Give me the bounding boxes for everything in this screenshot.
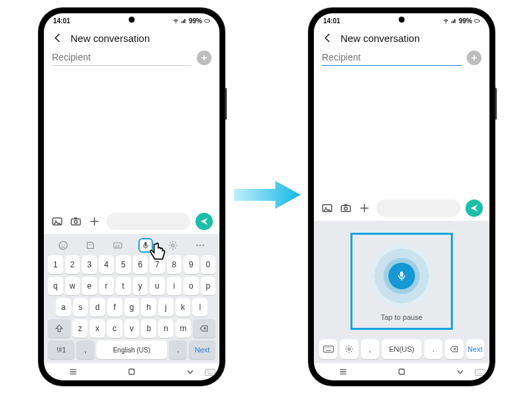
svg-rect-15	[144, 242, 147, 246]
key-5[interactable]: 5	[116, 255, 131, 274]
voice-backspace-key[interactable]	[445, 339, 463, 359]
voice-mic-button[interactable]	[388, 263, 415, 289]
settings-icon[interactable]	[166, 238, 180, 253]
sticker-icon[interactable]	[83, 238, 98, 253]
key-g[interactable]: g	[124, 298, 140, 317]
gallery-icon[interactable]	[51, 215, 64, 228]
voice-bottom-row: , EN(US) . Next	[319, 339, 484, 359]
key-m[interactable]: m	[176, 319, 191, 338]
message-input[interactable]	[376, 199, 460, 217]
next-key[interactable]: Next	[189, 340, 215, 359]
key-0[interactable]: 0	[201, 255, 216, 274]
key-f[interactable]: f	[107, 298, 122, 317]
shift-key[interactable]	[48, 319, 70, 338]
key-w[interactable]: w	[65, 277, 80, 295]
home-icon[interactable]	[126, 366, 137, 377]
key-n[interactable]: n	[158, 319, 174, 338]
key-h[interactable]: h	[141, 298, 156, 317]
key-r[interactable]: r	[99, 277, 114, 295]
key-4[interactable]: 4	[99, 255, 114, 274]
more-icon[interactable]	[193, 238, 207, 253]
key-u[interactable]: u	[150, 277, 165, 295]
comma-key[interactable]: ,	[76, 340, 94, 359]
conversation-body	[314, 68, 489, 196]
add-attachment-icon[interactable]	[358, 201, 371, 215]
voice-next-key[interactable]: Next	[466, 339, 484, 359]
voice-settings-key[interactable]	[340, 339, 358, 359]
voice-lang-key[interactable]: EN(US)	[382, 339, 422, 359]
send-button[interactable]	[466, 199, 483, 217]
key-p[interactable]: p	[201, 277, 216, 295]
key-k[interactable]: k	[176, 298, 191, 317]
key-b[interactable]: b	[141, 319, 156, 338]
key-2[interactable]: 2	[65, 255, 80, 274]
key-6[interactable]: 6	[133, 255, 148, 274]
voice-comma-key[interactable]: ,	[361, 339, 379, 359]
nav-bar	[314, 363, 489, 380]
symbols-key[interactable]: !#1	[48, 340, 74, 359]
keyboard-switcher-icon[interactable]	[475, 367, 485, 378]
gif-icon[interactable]: GIF	[110, 238, 125, 253]
back-icon[interactable]	[52, 32, 64, 44]
key-t[interactable]: t	[116, 277, 131, 295]
key-a[interactable]: a	[56, 298, 71, 317]
voice-input-icon[interactable]	[138, 238, 153, 253]
recipient-input[interactable]	[322, 49, 462, 66]
key-l[interactable]: l	[192, 298, 207, 317]
key-o[interactable]: o	[184, 277, 199, 295]
key-8[interactable]: 8	[167, 255, 182, 274]
back-nav-icon[interactable]	[455, 366, 466, 377]
key-j[interactable]: j	[158, 298, 174, 317]
wifi-icon	[173, 18, 179, 24]
gallery-icon[interactable]	[321, 201, 334, 215]
key-e[interactable]: e	[82, 277, 97, 295]
phone-frame-left: 14:01 99% New conversation GIF 1 2 3 4 5…	[39, 8, 225, 386]
back-nav-icon[interactable]	[185, 366, 196, 377]
key-y[interactable]: y	[133, 277, 148, 295]
key-i[interactable]: i	[167, 277, 182, 295]
emoji-icon[interactable]	[56, 238, 70, 253]
key-d[interactable]: d	[90, 298, 105, 317]
key-1[interactable]: 1	[48, 255, 63, 274]
svg-rect-33	[475, 369, 485, 375]
key-9[interactable]: 9	[184, 255, 199, 274]
signal-icon	[181, 18, 187, 24]
svg-point-18	[200, 245, 201, 246]
voice-period-key[interactable]: .	[424, 339, 442, 359]
add-recipient-button[interactable]	[197, 51, 211, 65]
key-v[interactable]: v	[124, 319, 140, 338]
recipient-row	[314, 49, 489, 68]
message-input[interactable]	[106, 213, 190, 230]
home-icon[interactable]	[396, 366, 407, 377]
add-attachment-icon[interactable]	[88, 215, 101, 228]
camera-icon[interactable]	[339, 201, 352, 215]
key-x[interactable]: x	[90, 319, 105, 338]
keyboard: GIF 1 2 3 4 5 6 7 8 9 0 q w e r t y u i …	[44, 234, 219, 363]
period-key[interactable]: .	[169, 340, 187, 359]
key-q[interactable]: q	[48, 277, 63, 295]
recipient-input[interactable]	[52, 49, 192, 66]
recents-icon[interactable]	[338, 366, 348, 377]
svg-point-10	[64, 244, 65, 245]
voice-tap-label: Tap to pause	[381, 313, 423, 321]
key-c[interactable]: c	[107, 319, 122, 338]
svg-rect-22	[475, 19, 479, 22]
keyboard-row-2: a s d f g h j k l	[47, 298, 217, 317]
key-z[interactable]: z	[72, 319, 88, 338]
key-7[interactable]: 7	[150, 255, 165, 274]
recents-icon[interactable]	[68, 366, 78, 377]
add-recipient-button[interactable]	[467, 51, 481, 65]
backspace-key[interactable]	[193, 319, 215, 338]
camera-icon[interactable]	[69, 215, 82, 228]
send-button[interactable]	[196, 213, 213, 230]
svg-point-27	[344, 207, 348, 211]
back-icon[interactable]	[322, 32, 334, 44]
svg-rect-2	[209, 20, 210, 21]
page-title: New conversation	[70, 33, 150, 44]
space-key[interactable]: English (US)	[96, 340, 168, 359]
keyboard-switch-key[interactable]	[319, 339, 337, 359]
key-s[interactable]: s	[73, 298, 88, 317]
keyboard-switcher-icon[interactable]	[205, 367, 215, 378]
voice-pulse	[370, 244, 434, 308]
key-3[interactable]: 3	[82, 255, 97, 274]
